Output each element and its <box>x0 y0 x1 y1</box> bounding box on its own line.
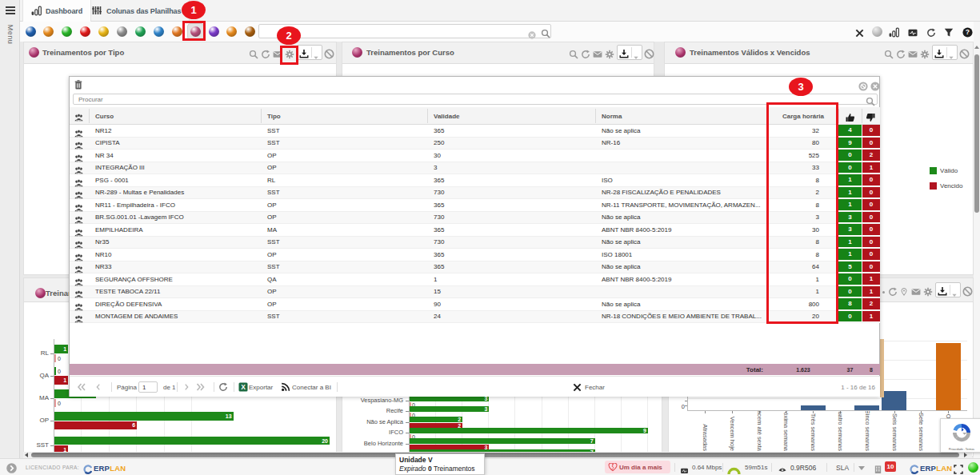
table-row[interactable]: NR11 - Empilhadeira - IFCOOP365NR-11 TRA… <box>70 199 880 212</box>
block-icon[interactable] <box>959 48 969 58</box>
table-row[interactable]: MONTAGEM DE ANDAIMESSST24NR-18 CONDIÇÕES… <box>70 311 880 324</box>
col-validade[interactable]: Validade <box>427 107 595 125</box>
refresh-icon[interactable] <box>261 48 270 58</box>
thumb-down-icon[interactable] <box>866 111 876 121</box>
scroll-left-icon[interactable] <box>25 453 28 457</box>
table-row[interactable]: SEGURANÇA OFFSHOREQA1ABNT NBR 8400-5:201… <box>70 273 880 286</box>
clear-icon[interactable] <box>528 28 536 36</box>
download-icon[interactable] <box>299 47 309 57</box>
help-icon[interactable]: ? <box>962 26 973 37</box>
gear-icon[interactable] <box>920 48 930 58</box>
block-icon[interactable] <box>644 48 654 58</box>
dashboard-ball-icon[interactable] <box>43 26 54 37</box>
scroll-right-icon[interactable] <box>964 453 967 457</box>
vertical-scrollbar[interactable] <box>974 22 980 458</box>
table-row[interactable]: NR-289 - Multas e PenalidadesSST730NR-28… <box>70 187 880 200</box>
activity-icon[interactable] <box>907 26 918 37</box>
tab-dashboard[interactable]: Dashboard <box>22 0 91 22</box>
table-row[interactable]: NR12SST365Não se aplica3240 <box>70 125 880 138</box>
export-button[interactable]: Exportar <box>249 377 273 397</box>
download-icon[interactable] <box>619 47 629 57</box>
dashboard-ball-icon[interactable] <box>62 26 72 37</box>
fullscreen-icon[interactable] <box>954 463 963 473</box>
table-row[interactable]: INTEGRAÇÃO IIIOP33301 <box>70 162 880 175</box>
refresh-icon[interactable] <box>888 285 898 295</box>
horizontal-scrollbar[interactable] <box>23 452 972 458</box>
horizontal-scrollbar-thumb[interactable] <box>31 453 959 457</box>
table-row[interactable]: Nr35SST730Não se aplica810 <box>70 237 880 249</box>
dashboard-ball-icon[interactable] <box>80 26 90 37</box>
hamburger-icon[interactable] <box>6 6 15 14</box>
caret-down-icon[interactable] <box>633 50 639 56</box>
col-tipo[interactable]: Tipo <box>261 107 427 125</box>
block-circle-icon[interactable] <box>858 80 868 90</box>
connect-bi-button[interactable]: Conectar a BI <box>292 377 331 397</box>
search-icon[interactable] <box>569 48 578 58</box>
download-icon[interactable] <box>934 47 944 57</box>
caret-down-icon[interactable] <box>313 50 319 56</box>
dashboard-ball-icon[interactable] <box>135 26 146 37</box>
search-icon[interactable] <box>884 48 894 58</box>
trash-icon[interactable] <box>74 79 83 90</box>
dashboard-ball-icon[interactable] <box>154 26 164 37</box>
um-dia-a-mais-badge[interactable]: Um dia a mais <box>605 461 670 473</box>
first-page-button[interactable] <box>76 377 86 397</box>
block-icon[interactable] <box>324 48 334 58</box>
refresh-icon[interactable] <box>926 26 937 37</box>
caret-down-icon[interactable] <box>858 466 865 470</box>
table-row[interactable]: NR 34OP3052502 <box>70 150 880 162</box>
caret-down-icon[interactable] <box>951 287 958 293</box>
dashboard-ball-icon[interactable] <box>209 26 219 37</box>
table-row[interactable]: TESTE TABOCA 22/11OP15101 <box>70 286 880 299</box>
table-row[interactable]: EMPILHADEIRAMA365ABNT NBR 8400-5:2019303… <box>70 224 880 237</box>
search-icon[interactable] <box>249 48 258 58</box>
search-icon[interactable] <box>866 95 874 104</box>
dashboard-ball-icon[interactable] <box>226 26 237 37</box>
last-page-button[interactable] <box>195 377 206 397</box>
building-icon[interactable] <box>874 463 882 472</box>
search-icon[interactable] <box>541 27 550 37</box>
recaptcha-badge[interactable]: Privacidade - Termos <box>940 418 980 453</box>
col-norma[interactable]: Norma <box>595 107 768 125</box>
download-icon[interactable] <box>938 285 947 294</box>
table-row[interactable]: DIREÇÃO DEFENSIVAOP90Não se aplica80082 <box>70 298 880 311</box>
sla-label[interactable]: SLA <box>836 464 849 472</box>
search-input[interactable] <box>258 24 551 38</box>
ball-icon[interactable] <box>872 26 882 37</box>
close-circle-icon[interactable] <box>870 80 880 90</box>
close-icon[interactable] <box>855 26 866 37</box>
page-number-input[interactable] <box>138 381 158 393</box>
mail-icon[interactable] <box>908 48 918 58</box>
dashboard-ball-icon[interactable] <box>172 26 182 37</box>
mail-icon[interactable] <box>593 48 602 58</box>
refresh-icon[interactable] <box>896 48 906 58</box>
table-row[interactable]: NR10OP365ISO 18001810 <box>70 249 880 261</box>
refresh-icon[interactable] <box>581 48 590 58</box>
mail-icon[interactable] <box>911 285 921 295</box>
menu-label[interactable]: Menu <box>6 14 14 54</box>
gear-icon[interactable] <box>923 285 933 295</box>
dashboard-ball-icon[interactable] <box>245 26 255 37</box>
notification-badge[interactable]: 10 <box>885 461 896 472</box>
table-row[interactable]: BR.SG.001.01 -Lavagem IFCOOP730Não se ap… <box>70 212 880 225</box>
dashboard-ball-icon[interactable] <box>26 26 36 37</box>
table-row[interactable]: PSG - 0001RL365ISO810 <box>70 174 880 187</box>
prev-page-button[interactable] <box>94 377 102 397</box>
chart-bars-icon[interactable] <box>889 26 899 37</box>
fechar-button[interactable]: Fechar <box>585 377 605 397</box>
filter-icon[interactable] <box>944 26 954 37</box>
recaptcha-terms[interactable]: Privacidade - Termos <box>948 448 975 451</box>
gear-icon[interactable] <box>605 48 614 58</box>
thumb-up-icon[interactable] <box>845 111 855 121</box>
dashboard-ball-icon[interactable] <box>117 26 127 37</box>
pin-icon[interactable] <box>900 285 910 295</box>
procurar-input[interactable] <box>73 94 878 105</box>
block-icon[interactable] <box>962 285 972 295</box>
table-row[interactable]: NR33SST365Não se aplica6450 <box>70 261 880 274</box>
chevron-right-circle-icon[interactable] <box>6 462 17 473</box>
dashboard-ball-icon[interactable] <box>98 26 109 37</box>
caret-down-icon[interactable] <box>948 50 954 56</box>
table-row[interactable]: CIPISTASST250NR-168090 <box>70 138 880 150</box>
scroll-up-icon[interactable] <box>974 46 979 49</box>
vertical-scrollbar-thumb[interactable] <box>974 54 979 213</box>
